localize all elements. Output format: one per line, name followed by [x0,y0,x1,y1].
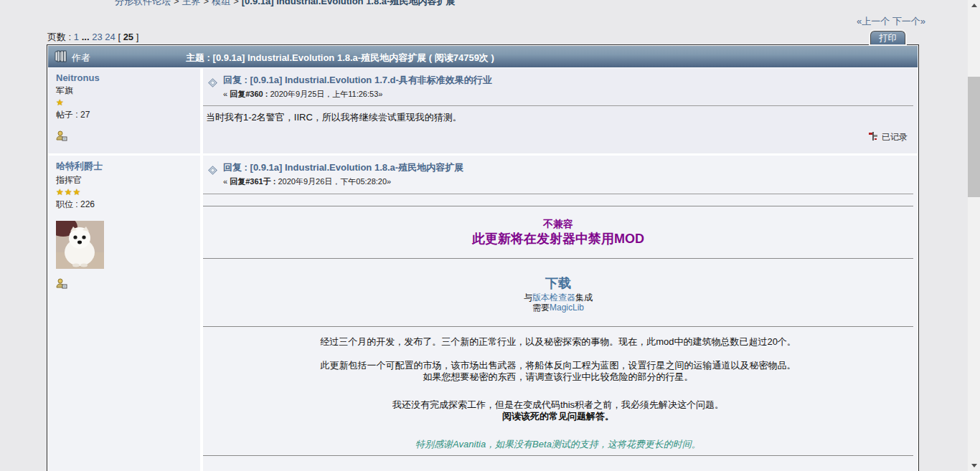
breadcrumb-separator: > [171,0,182,6]
topic-note-icon [207,77,219,100]
author-column-label: 作者 [72,52,90,65]
breadcrumb: 分形软件论坛>主界>模组>[0.9.1a] Industrial.Evoluti… [115,0,455,8]
post-title-link[interactable]: 回复 : [0.9.1a] Industrial.Evolution 1.8.a… [223,161,463,174]
post-body-panel: 回复 : [0.9.1a] Industrial.Evolution 1.7.d… [203,68,918,153]
topic-table: 作者 主题 : [0.9.1a] Industrial.Evolution 1.… [47,44,919,471]
scrollbar-thumb[interactable] [968,77,980,197]
breadcrumb-link-mods[interactable]: 模组 [212,0,230,6]
post-header-divider [203,194,913,194]
post-header-divider [203,105,913,106]
breadcrumb-separator: > [201,0,212,6]
requires-magiclib-line: 需要MagicLib [203,302,913,314]
page-link-1[interactable]: 1 [74,32,79,42]
page-scrollbar[interactable] [968,0,980,471]
breadcrumb-current-topic[interactable]: [0.9.1a] Industrial.Evolution 1.8.a-殖民地内… [242,0,456,6]
author-rank: 军旗 [56,85,194,97]
horizontal-rule [203,455,913,456]
horizontal-rule [203,258,913,259]
post-title-link[interactable]: 回复 : [0.9.1a] Industrial.Evolution 1.7.d… [223,74,492,87]
release-paragraph: 经过三个月的开发，发布了。三个新的正常行业，以及秘密探索的事物。现在，此mod中… [203,336,913,348]
current-page-bracket: ] [136,32,139,42]
page-link-23[interactable]: 23 [92,32,102,42]
horizontal-rule [203,206,913,206]
table-header: 作者 主题 : [0.9.1a] Industrial.Evolution 1.… [48,46,918,67]
mod-disabled-warning: 此更新将在发射器中禁用MOD [203,230,913,247]
topic-title-label: 主题 : [0.9.1a] Industrial.Evolution 1.8.a… [186,52,494,65]
author-name-link[interactable]: Neitronus [56,72,194,83]
version-checker-link[interactable]: 版本检查器 [532,292,575,303]
post-header: 回复 : [0.9.1a] Industrial.Evolution 1.7.d… [207,74,910,100]
view-profile-icon[interactable] [56,278,67,292]
author-name-link[interactable]: 哈特利爵士 [56,160,194,173]
author-rank: 指挥官 [56,174,194,186]
post-row: 哈特利爵士 指挥官 ★★★ 职位 : 226 [48,156,918,471]
incompatible-warning: 不兼容 [203,218,913,231]
topic-note-icon [207,164,219,187]
pagination-ellipsis: ... [82,32,90,42]
breadcrumb-link-forum[interactable]: 分形软件论坛 [115,0,171,6]
current-page-number: 25 [123,32,133,42]
thanks-note: 特别感谢Avanitia，如果没有Beta测试的支持，这将花费更长的时间。 [203,438,913,451]
author-post-count: 职位 : 226 [56,199,194,211]
author-post-count: 帖子 : 27 [56,109,194,121]
scroll-down-arrow-icon [971,464,977,467]
topic-pages-icon [55,49,70,66]
scroll-down-button[interactable] [968,460,980,471]
print-button[interactable]: 打印 [870,31,905,44]
post-date: « 回复#360 : 2020年9月25日，上午11:26:53» [223,89,492,100]
horizontal-rule [203,326,913,327]
breadcrumb-link-board[interactable]: 主界 [182,0,201,6]
post-header: 回复 : [0.9.1a] Industrial.Evolution 1.8.a… [207,161,910,187]
prev-next-links[interactable]: «上一个 下一个» [857,15,925,28]
post-author-panel: Neitronus 军旗 ★ 帖子 : 27 [48,68,200,153]
rank-star-icons: ★ [56,97,194,108]
avatar [56,221,104,269]
scroll-up-arrow-icon [971,4,977,7]
logged-icon [868,131,879,143]
post-author-panel: 哈特利爵士 指挥官 ★★★ 职位 : 226 [48,156,200,471]
scroll-up-button[interactable] [968,0,980,11]
post-row: Neitronus 军旗 ★ 帖子 : 27 [48,68,918,153]
breadcrumb-separator: > [230,0,242,6]
post-date: « 回复#361于 : 2020年9月26日，下午05:28:20» [223,176,463,187]
magiclib-link[interactable]: MagicLib [550,303,584,313]
post-message-text: 当时我有1-2名警官，IIRC，所以我将继续尝试重现我的猜测。 [206,111,910,124]
view-profile-icon[interactable] [56,130,67,144]
pagination-label: 页数 : [47,32,71,42]
download-link[interactable]: 下载 [545,276,571,290]
update-paragraph: 此更新包括一个可配置的市场，该市场出售武器，将船体反向工程为蓝图，设置行星之间的… [203,360,913,383]
exploration-paragraph: 我还没有完成探索工作，但是在变成代码this积者之前，我必须先解决这个问题。 阅… [203,399,913,422]
logged-note: 已记录 [868,131,908,143]
pagination: 页数 : 1 ... 23 24 [ 25 ] [47,31,138,44]
current-page-bracket: [ [118,32,121,42]
post-body-panel: 回复 : [0.9.1a] Industrial.Evolution 1.8.a… [203,156,918,471]
page-link-24[interactable]: 24 [105,32,115,42]
rank-star-icons: ★★★ [56,187,194,197]
logged-label: 已记录 [882,131,908,143]
